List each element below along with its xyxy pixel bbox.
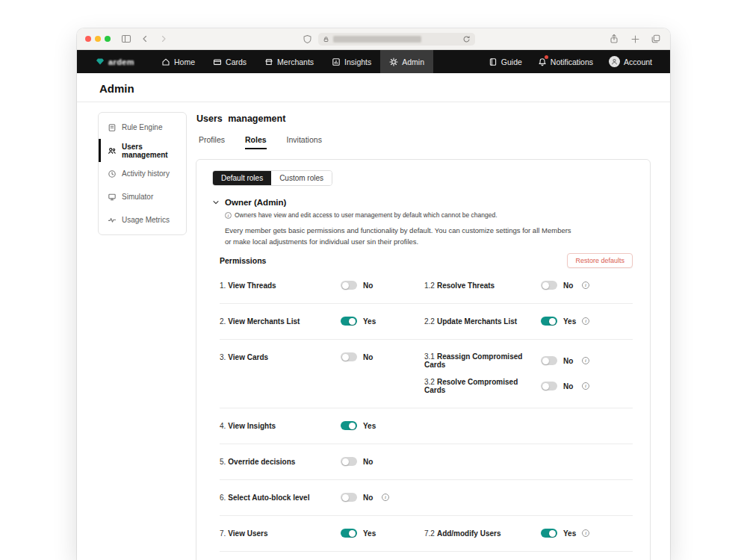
sidebar-item-users-management[interactable]: Users management	[99, 139, 186, 162]
brand-logo[interactable]: ardem	[96, 50, 134, 73]
avatar	[609, 56, 620, 67]
toggle-switch[interactable]	[341, 352, 357, 361]
permission-row-override-decisions: 5.Override decisions No	[220, 444, 633, 480]
permission-row-auto-block-level: 6.Select Auto-block level No	[220, 480, 633, 516]
default-roles-button[interactable]: Default roles	[213, 171, 271, 185]
info-icon[interactable]	[582, 357, 589, 364]
info-icon[interactable]	[582, 382, 589, 390]
permission-row-view-users: 7.View Users Yes 7.2Add/modify Users	[220, 516, 633, 552]
permission-row-view-threads: 1.View Threads No 1.2Resolve Threats	[220, 268, 633, 304]
info-icon[interactable]	[582, 281, 589, 289]
account-button[interactable]: Account	[609, 56, 652, 67]
traffic-lights	[85, 36, 111, 42]
toggle-switch[interactable]	[541, 317, 557, 326]
close-window-button[interactable]	[85, 36, 91, 42]
chevron-down-icon	[212, 199, 220, 206]
sidebar-item-rule-engine[interactable]: Rule Engine	[99, 116, 186, 139]
toggle-switch[interactable]	[341, 317, 357, 326]
new-tab-icon[interactable]	[629, 33, 641, 45]
reload-icon[interactable]	[462, 35, 471, 43]
users-management-tabs: Profiles Roles Invitations	[199, 135, 651, 149]
tab-invitations[interactable]: Invitations	[287, 135, 322, 149]
toggle-state: Yes	[563, 529, 576, 538]
permissions-label: Permissions	[220, 256, 266, 265]
primary-nav: Home Cards Merchants Insights Admin	[152, 50, 433, 73]
toggle-switch[interactable]	[541, 356, 557, 365]
info-icon[interactable]	[582, 529, 589, 537]
sidebar-item-simulator[interactable]: Simulator	[99, 185, 186, 208]
rule-engine-icon	[108, 123, 117, 132]
brand-name: ardem	[108, 57, 134, 66]
section-heading: Users management	[196, 113, 651, 124]
toggle-state: Yes	[563, 317, 576, 326]
notifications-button[interactable]: Notifications	[538, 57, 593, 66]
permission-row-view-insights: 4.View Insights Yes	[220, 408, 633, 444]
share-icon[interactable]	[608, 33, 620, 45]
tab-overview-icon[interactable]	[650, 33, 662, 45]
permission-row-view-merchants: 2.View Merchants List Yes 2.2Update Me	[220, 304, 633, 340]
owner-section-header[interactable]: Owner (Admin)	[212, 198, 634, 207]
toggle-state: No	[563, 357, 576, 365]
toggle-state: Yes	[363, 422, 376, 430]
nav-item-insights[interactable]: Insights	[323, 50, 380, 73]
sidebar-toggle-icon[interactable]	[120, 33, 132, 45]
permissions-section: Permissions Restore defaults 1.View Thre…	[220, 253, 633, 560]
clock-icon	[108, 169, 117, 178]
toggle-switch[interactable]	[341, 493, 357, 502]
admin-sidebar: Rule Engine Users management Activity hi…	[98, 112, 187, 235]
toggle-state: Yes	[363, 529, 376, 538]
owner-title: Owner (Admin)	[225, 198, 286, 207]
zoom-window-button[interactable]	[105, 36, 111, 42]
toggle-state: No	[563, 382, 576, 391]
toggle-switch[interactable]	[341, 281, 357, 290]
tab-profiles[interactable]: Profiles	[199, 135, 225, 149]
address-bar[interactable]	[318, 33, 475, 46]
toggle-switch[interactable]	[541, 529, 557, 538]
toggle-switch[interactable]	[341, 529, 357, 538]
toggle-switch[interactable]	[541, 281, 557, 290]
toggle-state: Yes	[363, 317, 376, 326]
roles-type-segmented-control: Default roles Custom roles	[212, 170, 332, 186]
permission-row-view-cards: 3.View Cards No 3.1Reassign Compromise	[220, 340, 633, 408]
simulator-icon	[108, 193, 117, 202]
insights-icon	[332, 57, 341, 66]
home-icon	[161, 57, 170, 66]
custom-roles-button[interactable]: Custom roles	[271, 171, 332, 185]
tab-roles[interactable]: Roles	[245, 135, 267, 149]
info-icon[interactable]	[582, 317, 589, 325]
bell-icon	[538, 57, 547, 66]
restore-defaults-button[interactable]: Restore defaults	[567, 253, 633, 268]
sidebar-item-activity-history[interactable]: Activity history	[99, 162, 186, 185]
back-button[interactable]	[139, 33, 151, 45]
toggle-switch[interactable]	[341, 421, 357, 430]
toggle-switch[interactable]	[341, 457, 357, 466]
nav-item-cards[interactable]: Cards	[204, 50, 255, 73]
toggle-state: No	[363, 281, 376, 290]
toggle-switch[interactable]	[541, 382, 557, 391]
address-url-redacted	[333, 36, 421, 43]
merchants-icon	[264, 57, 273, 66]
nav-item-admin[interactable]: Admin	[380, 50, 433, 73]
page-title: Admin	[99, 82, 648, 95]
sidebar-item-usage-metrics[interactable]: Usage Metrics	[99, 208, 186, 231]
browser-toolbar	[77, 28, 670, 50]
navbar-utilities: Guide Notifications Account	[489, 50, 652, 73]
users-icon	[108, 146, 117, 155]
toggle-state: No	[363, 353, 376, 361]
nav-item-home[interactable]: Home	[152, 50, 204, 73]
guide-icon	[489, 57, 498, 66]
privacy-shield-icon[interactable]	[303, 34, 312, 44]
info-icon[interactable]	[382, 494, 389, 501]
gear-icon	[389, 57, 398, 66]
cards-icon	[213, 57, 222, 66]
lock-icon	[323, 36, 329, 43]
forward-button[interactable]	[158, 33, 170, 45]
owner-description: Every member gets basic permissions and …	[225, 225, 634, 247]
notification-badge	[545, 55, 548, 59]
brand-gem-icon	[96, 55, 105, 69]
minimize-window-button[interactable]	[95, 36, 101, 42]
permission-row-view-roles: 8.View Roles Yes 8.2Add/modify Roles	[220, 552, 633, 560]
guide-button[interactable]: Guide	[489, 57, 522, 66]
toggle-state: No	[363, 458, 376, 466]
nav-item-merchants[interactable]: Merchants	[255, 50, 323, 73]
